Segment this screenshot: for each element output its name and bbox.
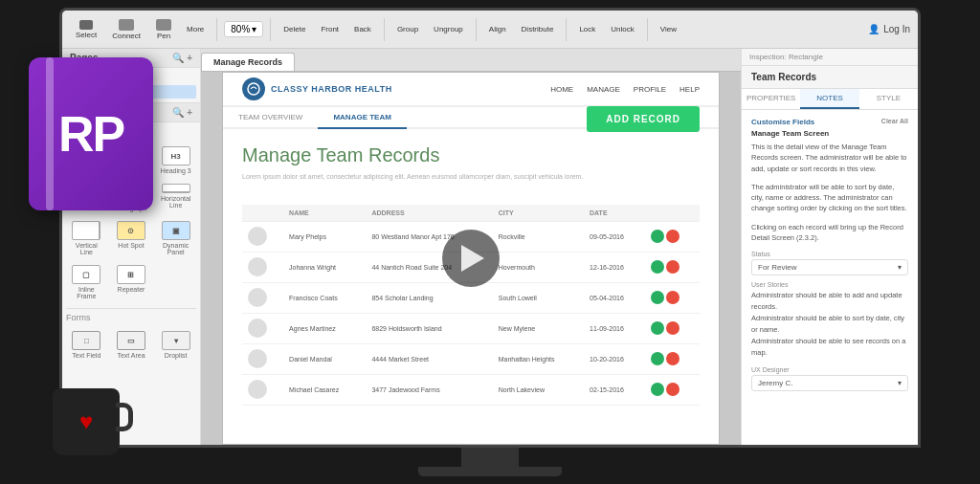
- row-actions: [645, 252, 700, 282]
- view-tool[interactable]: View: [655, 23, 682, 35]
- tab-properties[interactable]: PROPERTIES: [742, 89, 800, 109]
- zoom-dropdown[interactable]: 80% ▾: [224, 21, 263, 37]
- play-icon: [461, 245, 484, 272]
- row-date: 05-04-2016: [584, 282, 645, 313]
- site-logo: CLASSY HARBOR HEALTH: [242, 77, 392, 100]
- lib-textfield[interactable]: □ Text Field: [66, 328, 107, 362]
- lib-inline-frame[interactable]: ▢ Inline Frame: [66, 262, 107, 302]
- row-date: 09-05-2016: [584, 221, 645, 252]
- login-button[interactable]: 👤 Log In: [868, 24, 910, 34]
- row-address: 6829 Holdsworth Island: [366, 313, 492, 343]
- lib-textarea[interactable]: ▭ Text Area: [111, 328, 152, 362]
- col-name[interactable]: NAME: [283, 205, 366, 222]
- tab-style[interactable]: STYLE: [859, 89, 918, 109]
- group-tool[interactable]: Group: [391, 23, 424, 35]
- lib-repeater[interactable]: ⊞ Repeater: [111, 262, 152, 302]
- forms-grid: □ Text Field ▭ Text Area ▾ Droplist: [66, 328, 196, 362]
- lib-dynamic-panel[interactable]: ▣ Dynamic Panel: [155, 218, 196, 258]
- toolbar-sep-3: [384, 18, 385, 41]
- tab-team-overview[interactable]: TEAM OVERVIEW: [223, 107, 318, 129]
- toolbar-sep-5: [566, 18, 567, 41]
- row-avatar: [242, 252, 283, 282]
- delete-tool[interactable]: Delete: [278, 23, 311, 35]
- mug-handle: [116, 403, 133, 431]
- distribute-tool[interactable]: Distribute: [516, 23, 560, 35]
- manage-records-tab[interactable]: Manage Records: [201, 53, 295, 71]
- monitor-container: Select Connect Pen More 80% ▾: [21, 8, 959, 476]
- col-avatar: [242, 205, 283, 222]
- lib-droplist[interactable]: ▾ Droplist: [155, 328, 196, 362]
- delete-btn[interactable]: [666, 383, 679, 396]
- row-avatar: [242, 374, 283, 405]
- delete-btn[interactable]: [666, 230, 679, 243]
- status-dropdown[interactable]: For Review ▾: [751, 259, 908, 275]
- toolbar-sep-2: [270, 18, 271, 41]
- connect-tool[interactable]: Connect: [106, 17, 146, 42]
- delete-btn[interactable]: [666, 352, 679, 365]
- tab-manage-team[interactable]: MANAGE TEAM: [318, 107, 406, 129]
- row-actions: [645, 374, 700, 405]
- clear-all-btn[interactable]: Clear All: [881, 118, 908, 126]
- play-button[interactable]: [442, 230, 500, 287]
- row-name: Johanna Wright: [283, 252, 366, 282]
- toolbar-sep-1: [216, 18, 217, 41]
- ux-designer-dropdown[interactable]: Jeremy C. ▾: [751, 375, 908, 391]
- col-address[interactable]: ADDRESS: [366, 205, 492, 222]
- lib-hotspot[interactable]: ⊙ Hot Spot: [111, 218, 152, 258]
- row-avatar: [242, 313, 283, 343]
- delete-btn[interactable]: [666, 321, 679, 335]
- row-city: New Mylene: [493, 313, 584, 343]
- unlock-tool[interactable]: Unlock: [605, 23, 639, 35]
- edit-btn[interactable]: [651, 260, 664, 274]
- nav-manage[interactable]: MANAGE: [587, 85, 620, 94]
- nav-help[interactable]: HELP: [679, 85, 700, 94]
- user-story-item: Administrator should be able to sort by …: [751, 313, 908, 336]
- edit-btn[interactable]: [651, 291, 664, 304]
- lock-tool[interactable]: Lock: [573, 23, 601, 35]
- back-tool[interactable]: Back: [348, 23, 377, 35]
- nav-profile[interactable]: PROFILE: [634, 85, 666, 94]
- inspection-label: Inspection: Rectangle: [742, 49, 918, 66]
- table-row[interactable]: Daniel Mandal 4444 Market Street Manhatt…: [242, 343, 700, 374]
- edit-btn[interactable]: [651, 230, 664, 243]
- row-date: 12-16-2016: [584, 252, 645, 282]
- page-title: Manage Team Records: [242, 144, 583, 166]
- tab-notes[interactable]: NOTES: [800, 89, 858, 109]
- row-avatar: [242, 221, 283, 252]
- edit-btn[interactable]: [651, 352, 664, 365]
- canvas-area: Manage Records: [201, 49, 741, 445]
- edit-btn[interactable]: [651, 383, 664, 396]
- lib-heading3[interactable]: H3 Heading 3: [155, 143, 196, 177]
- select-tool[interactable]: Select: [70, 18, 102, 41]
- edit-btn[interactable]: [651, 321, 664, 335]
- lib-hline[interactable]: Horizontal Line: [155, 181, 196, 214]
- row-address: 854 Scholar Landing: [366, 282, 492, 313]
- row-date: 02-15-2016: [584, 374, 645, 405]
- align-tool[interactable]: Align: [483, 23, 512, 35]
- front-tool[interactable]: Front: [315, 23, 345, 35]
- row-name: Francisco Coats: [283, 282, 366, 313]
- table-row[interactable]: Michael Casarez 3477 Jadewood Farms Nort…: [242, 374, 700, 405]
- description-1: This is the detail view of the Manage Te…: [751, 142, 908, 174]
- col-date[interactable]: DATE: [584, 205, 645, 222]
- canvas: CLASSY HARBOR HEALTH HOME MANAGE PROFILE…: [201, 72, 741, 445]
- ungroup-tool[interactable]: Ungroup: [428, 23, 469, 35]
- pen-tool[interactable]: Pen: [150, 17, 177, 42]
- toolbar: Select Connect Pen More 80% ▾: [62, 11, 918, 49]
- delete-btn[interactable]: [666, 291, 679, 304]
- delete-btn[interactable]: [666, 260, 679, 274]
- table-row[interactable]: Francisco Coats 854 Scholar Landing Sout…: [242, 282, 700, 313]
- col-city[interactable]: CITY: [493, 205, 584, 222]
- more-tool[interactable]: More: [181, 23, 210, 35]
- add-record-button[interactable]: ADD RECORD: [587, 106, 700, 132]
- row-avatar: [242, 343, 283, 374]
- user-stories-label: User Stories: [751, 281, 908, 288]
- nav-home[interactable]: HOME: [550, 85, 573, 94]
- monitor-base: [418, 467, 562, 476]
- rp-logo-text: RP: [58, 105, 123, 163]
- lib-vline[interactable]: Vertical Line: [66, 218, 107, 258]
- screen-label: Manage Team Screen: [751, 129, 908, 138]
- customise-fields-label: Customise Fields Clear All: [751, 118, 908, 126]
- table-row[interactable]: Agnes Martinez 6829 Holdsworth Island Ne…: [242, 313, 700, 343]
- right-content: Customise Fields Clear All Manage Team S…: [742, 110, 918, 445]
